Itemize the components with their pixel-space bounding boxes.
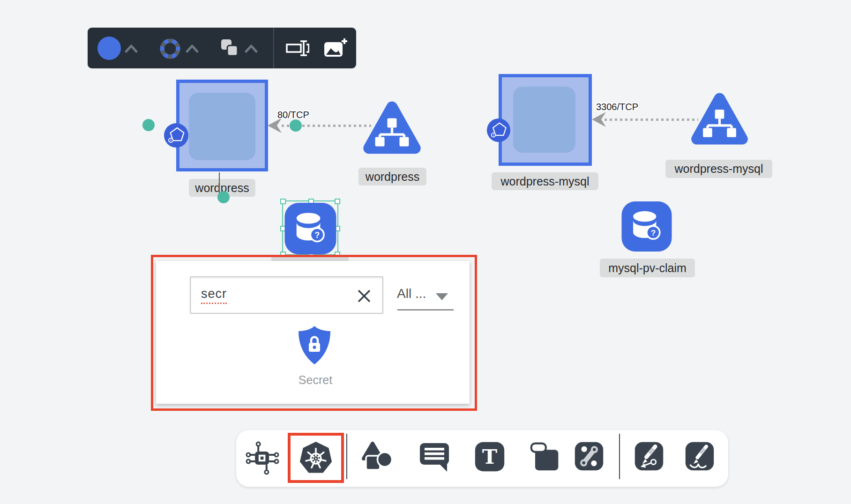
arrowhead-icon bbox=[592, 112, 606, 127]
rename-icon[interactable] bbox=[286, 39, 309, 58]
node-wordpress-mysql-deployment[interactable] bbox=[499, 74, 592, 166]
edge-endpoint-handle[interactable] bbox=[142, 119, 155, 131]
diagram-canvas[interactable]: 80/TCP wordpress wordpress 3306/TCP word… bbox=[0, 0, 851, 504]
dock-divider bbox=[619, 434, 620, 479]
node-inner-shape bbox=[513, 87, 575, 153]
tool-sticky-note[interactable] bbox=[530, 441, 560, 473]
node-wordpress-mysql-service[interactable] bbox=[688, 90, 751, 151]
comment-icon bbox=[418, 439, 451, 473]
tool-smart-pen[interactable] bbox=[633, 440, 665, 474]
text-tool-icon: T bbox=[474, 441, 506, 473]
tool-connector[interactable] bbox=[573, 440, 605, 474]
node-wordpress-deployment[interactable] bbox=[176, 80, 268, 171]
popup-highlight-box bbox=[151, 255, 477, 411]
tool-text[interactable]: T bbox=[474, 441, 506, 474]
edge-stub-line bbox=[219, 172, 220, 195]
kubernetes-icon bbox=[298, 440, 334, 475]
edge-endpoint-handle[interactable] bbox=[290, 119, 302, 132]
svg-text:?: ? bbox=[314, 230, 320, 240]
copy-style-icon[interactable] bbox=[221, 39, 239, 57]
sticky-note-icon bbox=[530, 441, 560, 472]
svg-text:T: T bbox=[482, 445, 497, 468]
fill-style-button[interactable] bbox=[97, 37, 121, 60]
smart-pen-icon bbox=[633, 440, 665, 472]
node-label-mysql-pv-claim: mysql-pv-claim bbox=[600, 259, 695, 277]
node-wordpress-service[interactable] bbox=[361, 98, 423, 161]
tool-dock: T bbox=[236, 430, 729, 487]
border-style-button[interactable] bbox=[158, 37, 182, 61]
replace-image-icon[interactable] bbox=[324, 38, 347, 59]
tool-shapes[interactable] bbox=[361, 440, 395, 475]
edge-port-label: 3306/TCP bbox=[596, 102, 638, 112]
fill-color-swatch bbox=[97, 37, 121, 60]
node-inner-shape bbox=[189, 93, 255, 160]
chevron-up-icon[interactable] bbox=[185, 43, 199, 54]
chevron-up-icon[interactable] bbox=[124, 43, 138, 54]
toolbar-divider bbox=[273, 28, 274, 68]
dock-divider bbox=[346, 434, 347, 479]
chevron-up-icon[interactable] bbox=[244, 43, 258, 54]
freehand-pen-icon bbox=[684, 440, 716, 472]
pod-badge-icon bbox=[164, 123, 189, 148]
node-label-wordpress-mysql-service: wordpress-mysql bbox=[665, 160, 772, 178]
node-mysql-pv-claim[interactable]: ? bbox=[621, 201, 672, 252]
tool-diagram-network[interactable] bbox=[244, 441, 281, 477]
shapes-icon bbox=[361, 440, 395, 474]
edge-endpoint-handle[interactable] bbox=[217, 191, 230, 203]
node-selected-pvc[interactable]: ? bbox=[284, 203, 336, 254]
tool-kubernetes[interactable] bbox=[298, 440, 334, 476]
svg-text:?: ? bbox=[651, 229, 656, 237]
edge-port-label: 80/TCP bbox=[277, 110, 309, 120]
node-label-wordpress-mysql: wordpress-mysql bbox=[492, 172, 598, 190]
node-label-wordpress-service: wordpress bbox=[358, 168, 426, 185]
pod-badge-icon bbox=[486, 118, 511, 142]
diagram-network-icon bbox=[244, 441, 281, 475]
tool-freehand-pen[interactable] bbox=[684, 440, 716, 474]
style-toolbar bbox=[88, 28, 356, 68]
edge-wordpress-mysql[interactable] bbox=[605, 119, 698, 121]
tool-comment[interactable] bbox=[418, 439, 451, 474]
connector-icon bbox=[573, 440, 605, 472]
